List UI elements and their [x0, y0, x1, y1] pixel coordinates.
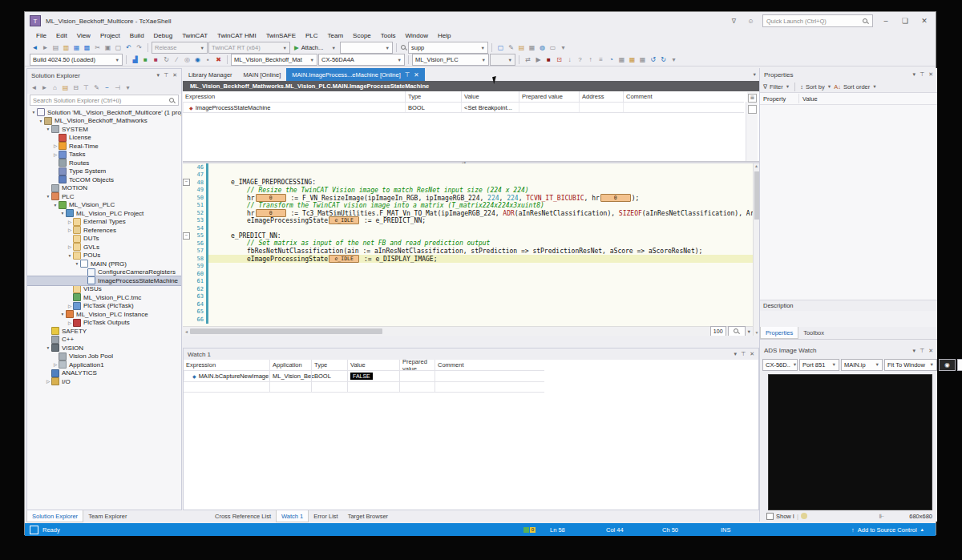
column-header[interactable]: Type	[405, 91, 464, 102]
code-editor[interactable]: 4647−48e_IMAGE_PREPROCESSING:49// Resize…	[183, 163, 753, 326]
forward-icon[interactable]: ►	[39, 83, 50, 93]
filter-button[interactable]: Filter	[770, 83, 783, 91]
menu-item-edit[interactable]: Edit	[51, 32, 72, 39]
pin-icon[interactable]: ⊤	[741, 351, 746, 357]
close-icon[interactable]: ✕	[414, 71, 418, 79]
menu-item-debug[interactable]: Debug	[149, 32, 178, 39]
choose-target-icon[interactable]: ◉	[192, 54, 203, 65]
property-column-header[interactable]: Property	[760, 95, 798, 103]
menu-item-help[interactable]: Help	[433, 32, 455, 39]
build-combo[interactable]: Build 4024.50 (Loaded)▼	[30, 54, 123, 66]
redo-icon[interactable]: ↷	[134, 42, 144, 53]
scope-icon[interactable]: ▟	[130, 54, 140, 65]
tccom-object-icon[interactable]: ■	[151, 54, 161, 65]
tree-item[interactable]: ML_Vision_PLC.tmc	[27, 293, 181, 302]
fold-collapse-icon[interactable]: −	[183, 232, 190, 240]
tree-item[interactable]: ▷I/O	[27, 377, 181, 386]
column-header[interactable]: Comment	[623, 91, 747, 102]
sort-by-button[interactable]: Sort by	[806, 83, 825, 91]
filter-icon[interactable]: ∇	[729, 16, 739, 26]
tree-item[interactable]: ▾PLC	[27, 192, 181, 201]
declaration-sort-icon[interactable]: ≣	[748, 94, 757, 103]
platform-combo[interactable]: TwinCAT RT (x64)▼	[208, 42, 290, 54]
tree-item[interactable]: ▾ML_Vision_Beckhoff_Mathworks	[27, 117, 181, 126]
overflow-dropdown-icon[interactable]: ▾	[558, 42, 568, 53]
rebuild-icon[interactable]: ▦	[627, 54, 637, 65]
menu-item-project[interactable]: Project	[95, 32, 125, 39]
pin-icon[interactable]: ⊤	[164, 72, 168, 79]
stop-icon[interactable]: ■	[544, 54, 554, 65]
tree-item[interactable]: TcCOM Objects	[27, 175, 181, 184]
toolbox-icon[interactable]: ▦	[527, 42, 537, 53]
tree-expand-arrow[interactable]: ▾	[74, 261, 80, 266]
ads-settings-button[interactable]: ✱	[957, 359, 962, 371]
logout-icon[interactable]: ⊡	[554, 54, 564, 65]
close-icon[interactable]: ✕	[172, 72, 177, 79]
column-header[interactable]: Expression	[183, 91, 407, 102]
tab-error-list[interactable]: Error List	[309, 510, 342, 522]
value-column-header[interactable]: Value	[799, 95, 818, 103]
tree-expand-arrow[interactable]: ▷	[52, 143, 59, 148]
properties-icon[interactable]: ✎	[91, 83, 102, 93]
close-icon[interactable]: ✕	[928, 348, 933, 354]
tab-watch-1[interactable]: Watch 1	[276, 510, 309, 522]
tree-item[interactable]: ▾MAIN (PRG)	[27, 260, 181, 268]
menu-item-twincat-hmi[interactable]: TwinCAT HMI	[212, 32, 261, 39]
tab-cross-reference-list[interactable]: Cross Reference List	[210, 510, 276, 522]
unpin-icon[interactable]: −	[102, 83, 112, 93]
ads-image-canvas[interactable]	[768, 374, 932, 510]
scan-icon[interactable]: ▪	[203, 54, 213, 65]
tree-item[interactable]: ▷GVLs	[27, 243, 181, 252]
step-into-icon[interactable]: ↓	[564, 54, 575, 65]
column-header[interactable]: Value	[461, 91, 522, 102]
reload-devices-icon[interactable]: ↻	[161, 54, 172, 65]
close-icon[interactable]: ✕	[928, 71, 933, 78]
login-icon[interactable]: ⇄	[523, 54, 533, 65]
show-checkbox[interactable]	[766, 513, 774, 520]
column-header[interactable]: Expression	[184, 360, 272, 370]
tree-item[interactable]: DUTs	[27, 235, 181, 244]
tree-item[interactable]: ImageProcessStateMachine	[27, 276, 181, 285]
tree-expand-arrow[interactable]: ▾	[52, 203, 59, 207]
ads-symbol-combo[interactable]: MAIN.ip▼	[841, 359, 883, 371]
tree-expand-arrow[interactable]: ▾	[45, 127, 51, 131]
tree-item[interactable]: ▾ML_Vision_PLC Instance	[27, 310, 181, 319]
quick-launch-input[interactable]: Quick Launch (Ctrl+Q)	[762, 14, 873, 27]
column-header[interactable]: Prepared value	[519, 91, 582, 102]
tree-expand-arrow[interactable]: ▷	[67, 220, 73, 224]
close-icon[interactable]: ✕	[750, 351, 754, 357]
tab-solution-explorer[interactable]: Solution Explorer	[26, 510, 83, 522]
tree-item[interactable]: C++	[27, 336, 181, 344]
sort-order-button[interactable]: Sort order	[843, 83, 870, 91]
doc-tab[interactable]: MAIN [Online]	[238, 68, 287, 81]
object-browser-icon[interactable]: ▤	[516, 42, 527, 53]
tree-item[interactable]: ▷Real-Time	[27, 142, 181, 151]
upload-icon[interactable]: ↻	[658, 54, 669, 65]
column-header[interactable]: Comment	[435, 360, 548, 370]
menu-item-team[interactable]: Team	[323, 32, 349, 39]
breadcrumb[interactable]: ML_Vision_Beckhoff_Mathworks.ML_Vision_P…	[183, 81, 759, 91]
plc-combo[interactable]: ML_Vision_PLC▼	[412, 54, 489, 66]
sync-icon[interactable]: ⊣	[112, 83, 123, 93]
tree-item[interactable]: ▷References	[27, 226, 181, 235]
ads-fit-combo[interactable]: Fit To Window▼	[884, 359, 937, 371]
tree-item[interactable]: MOTION	[27, 184, 181, 193]
tree-item[interactable]: ConfigureCameraRegisters	[27, 268, 181, 277]
process-combo[interactable]: ▼	[340, 42, 393, 54]
open-file-icon[interactable]: ▥	[61, 42, 71, 53]
run-to-cursor-icon[interactable]: ◔	[606, 54, 616, 65]
window-menu-icon[interactable]: ▾	[734, 351, 738, 357]
column-header[interactable]: Value	[347, 360, 402, 370]
tree-item[interactable]: ▾VISION	[27, 344, 181, 353]
editor-vertical-scrollbar[interactable]: ▲ ▼	[753, 163, 759, 336]
tree-expand-arrow[interactable]: ▷	[67, 304, 73, 308]
window-menu-icon[interactable]: ▾	[157, 72, 160, 79]
solution-explorer-icon[interactable]: ▢	[495, 42, 506, 53]
overflow-dropdown-icon[interactable]: ▾	[123, 83, 133, 93]
home-icon[interactable]: ⌂	[50, 83, 60, 93]
restore-button[interactable]: ❏	[899, 17, 911, 25]
tree-item[interactable]: Vision Job Pool	[27, 353, 181, 361]
close-button[interactable]: ✕	[918, 17, 931, 25]
tree-item[interactable]: SAFETY	[27, 327, 181, 336]
show-next-statement-icon[interactable]: ≡	[596, 54, 606, 65]
